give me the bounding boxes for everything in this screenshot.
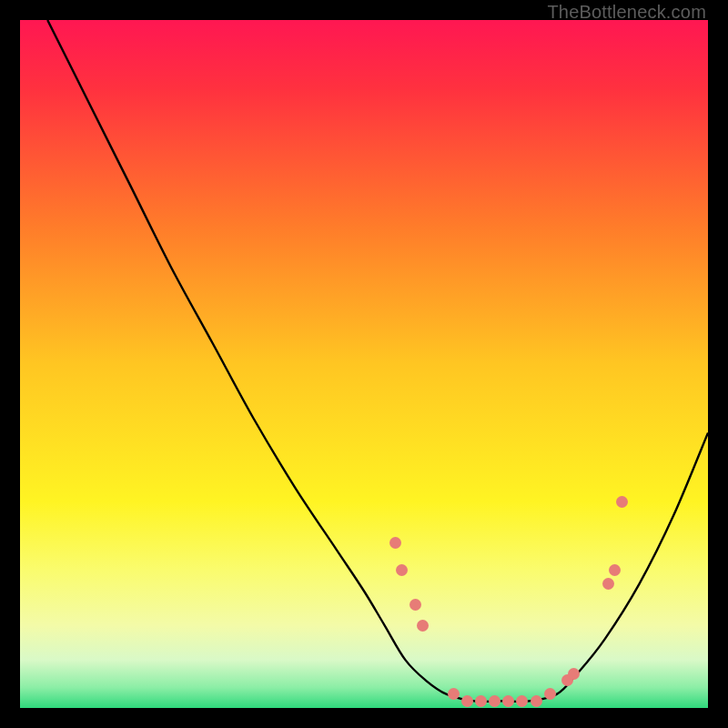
data-point xyxy=(389,537,401,549)
chart-stage: TheBottleneck.com xyxy=(0,0,728,728)
plot-area xyxy=(20,20,708,708)
curve-svg xyxy=(20,20,708,708)
bottleneck-curve xyxy=(47,20,708,702)
data-point xyxy=(544,688,556,700)
data-point xyxy=(475,695,487,707)
data-point xyxy=(568,668,580,680)
data-point xyxy=(616,496,628,508)
data-point xyxy=(489,695,500,707)
watermark-text: TheBottleneck.com xyxy=(547,2,706,23)
data-point xyxy=(461,695,473,707)
data-point xyxy=(417,620,429,632)
data-point xyxy=(531,695,542,707)
